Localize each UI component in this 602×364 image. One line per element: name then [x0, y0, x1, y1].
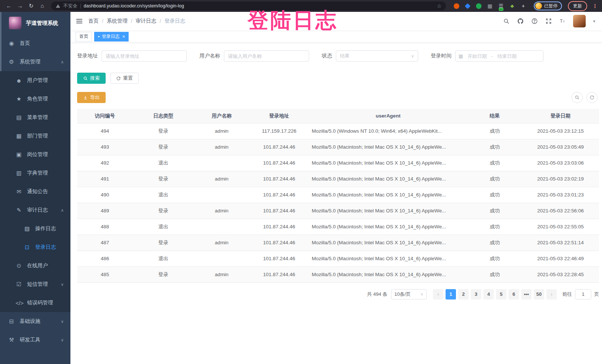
- green-extension-icon[interactable]: [476, 3, 482, 9]
- puzzle-extension-icon[interactable]: +: [520, 3, 526, 9]
- browser-menu-kebab-icon[interactable]: ⋮: [592, 3, 598, 9]
- chevron-down-icon[interactable]: ▼: [592, 19, 596, 23]
- username-input[interactable]: [224, 50, 309, 62]
- app-logo[interactable]: 芋道管理系统: [0, 12, 70, 34]
- browser-chrome: ← → ↻ ⌂ 不安全 dashboard.yudao.iocoder.cn/s…: [0, 0, 602, 12]
- table-cell: [194, 155, 249, 171]
- sidebar-item-home[interactable]: ◉首页: [0, 34, 70, 53]
- table-cell: 成功: [467, 139, 522, 155]
- prev-page-button[interactable]: ‹: [433, 289, 443, 300]
- app-title: 芋道管理系统: [26, 20, 58, 27]
- refresh-table-button[interactable]: [586, 92, 598, 103]
- filter-username: 用户名称: [199, 50, 309, 62]
- sidebar-item-dev-tools[interactable]: ⚒研发工具∨: [0, 331, 70, 349]
- sidebar-item-label: 首页: [20, 40, 30, 47]
- list-extension-icon[interactable]: ☰on: [498, 3, 504, 9]
- help-icon[interactable]: [531, 17, 538, 25]
- sidebar-item-infrastructure[interactable]: ⊟基础设施∨: [0, 312, 70, 331]
- profile-chip[interactable]: 已暂停: [534, 1, 562, 10]
- page-button-2[interactable]: 2: [458, 289, 469, 300]
- sidebar-item-role[interactable]: ★角色管理: [0, 90, 70, 108]
- breadcrumb-item: 登录日志: [165, 18, 185, 24]
- search-button[interactable]: 搜索: [77, 73, 106, 84]
- font-size-icon[interactable]: TT: [559, 17, 566, 25]
- sidebar-item-label: 用户管理: [27, 77, 48, 84]
- page-size-select[interactable]: 10条/页 ∨: [391, 289, 427, 300]
- sidebar-item-online-user[interactable]: ⊙在线用户: [0, 257, 70, 275]
- sidebar-item-label: 登录日志: [35, 244, 56, 251]
- status-select[interactable]: 结果 ∨: [336, 50, 418, 62]
- update-button[interactable]: 更新: [568, 1, 587, 11]
- browser-forward-icon[interactable]: →: [16, 0, 24, 12]
- table-row: 489登录admin101.87.244.46Mozilla/5.0 (Maci…: [77, 203, 599, 219]
- plant-extension-icon[interactable]: ♣: [509, 3, 515, 9]
- hide-search-button[interactable]: [572, 92, 583, 103]
- page-button-50[interactable]: 50: [534, 289, 544, 300]
- breadcrumb-item[interactable]: 系统管理: [107, 18, 128, 24]
- sidebar-item-department[interactable]: ▦部门管理: [0, 127, 70, 145]
- orange-extension-icon[interactable]: [453, 3, 460, 9]
- login-address-input[interactable]: [102, 50, 187, 62]
- table-cell: 101.87.244.46: [249, 251, 309, 267]
- end-date-input[interactable]: [495, 53, 519, 59]
- fullscreen-icon[interactable]: [545, 17, 552, 25]
- sidebar-item-post[interactable]: ▣岗位管理: [0, 145, 70, 164]
- user-avatar[interactable]: [573, 15, 586, 27]
- browser-home-icon[interactable]: ⌂: [38, 0, 47, 12]
- table-cell: 2021-05-03 22:55:05: [522, 219, 599, 235]
- table-cell: 2021-05-03 23:12:15: [522, 123, 599, 139]
- table-cell: 退出: [133, 219, 194, 235]
- sidebar-item-sms[interactable]: ☑短信管理∨: [0, 275, 70, 294]
- page-button-6[interactable]: 6: [509, 289, 519, 300]
- update-button-label: 更新: [573, 3, 582, 9]
- goto-page-input[interactable]: [575, 289, 591, 300]
- bookmark-star-icon[interactable]: ☆: [437, 3, 441, 9]
- more-pages-button[interactable]: •••: [521, 289, 532, 300]
- browser-reload-icon[interactable]: ↻: [27, 0, 36, 12]
- sidebar-item-dict[interactable]: ▥字典管理: [0, 164, 70, 182]
- github-icon[interactable]: [517, 17, 524, 25]
- sidebar-item-operation-log[interactable]: ▨操作日志: [0, 219, 70, 238]
- operation-log-icon: ▨: [24, 225, 30, 232]
- column-header-5: 结果: [467, 109, 522, 123]
- tab-home[interactable]: 首页: [76, 32, 92, 42]
- tags-view-bar: 首页●登录日志×: [70, 30, 602, 43]
- sidebar-item-user[interactable]: ☻用户管理: [0, 71, 70, 90]
- breadcrumb-separator: /: [131, 18, 132, 24]
- table-row: 494登录admin117.159.17.226Mozilla/5.0 (Win…: [77, 123, 599, 139]
- reset-button[interactable]: 重置: [110, 73, 139, 84]
- table-cell: 登录: [133, 267, 194, 282]
- close-icon[interactable]: ×: [122, 34, 125, 39]
- sidebar-item-login-log[interactable]: ⊡登录日志: [0, 238, 70, 257]
- address-bar[interactable]: 不安全 dashboard.yudao.iocoder.cn/system/lo…: [51, 1, 446, 10]
- breadcrumb-item[interactable]: 首页: [88, 18, 99, 24]
- start-date-input[interactable]: [465, 53, 489, 59]
- chevron-down-icon: ∨: [61, 319, 64, 324]
- page-button-3[interactable]: 3: [471, 289, 481, 300]
- sidebar-item-menu-tree[interactable]: ▤菜单管理: [0, 108, 70, 127]
- blocks-extension-icon[interactable]: ▦: [487, 3, 493, 9]
- search-icon[interactable]: [503, 17, 510, 25]
- sidebar-item-error-code[interactable]: </>错误码管理: [0, 294, 70, 312]
- page-button-5[interactable]: 5: [496, 289, 506, 300]
- browser-back-icon[interactable]: ←: [4, 0, 13, 12]
- gem-extension-icon[interactable]: [464, 3, 471, 9]
- sidebar-item-audit-log[interactable]: ✎审计日志∧: [0, 201, 70, 219]
- table-cell: admin: [194, 203, 249, 219]
- sidebar-item-gear[interactable]: ⚙系统管理∧: [0, 53, 70, 71]
- sidebar-toggle-hamburger-icon[interactable]: [76, 19, 82, 23]
- sidebar-item-label: 角色管理: [27, 96, 48, 102]
- export-button[interactable]: 导出: [77, 92, 106, 103]
- table-cell: 退出: [133, 155, 194, 171]
- sidebar-item-notice[interactable]: ✉通知公告: [0, 182, 70, 201]
- top-navbar: 首页/系统管理/审计日志/登录日志 TT ▼: [70, 12, 602, 30]
- table-cell: Mozilla/5.0 (Macintosh; Intel Mac OS X 1…: [309, 219, 467, 235]
- tab-login-log[interactable]: ●登录日志×: [94, 32, 129, 42]
- page-button-1[interactable]: 1: [446, 289, 456, 300]
- table-cell: 退出: [133, 251, 194, 267]
- page-button-4[interactable]: 4: [483, 289, 494, 300]
- date-range-picker[interactable]: ▦ -: [455, 50, 543, 62]
- breadcrumb-item[interactable]: 审计日志: [136, 18, 156, 24]
- search-icon: [575, 95, 580, 100]
- next-page-button[interactable]: ›: [546, 289, 557, 300]
